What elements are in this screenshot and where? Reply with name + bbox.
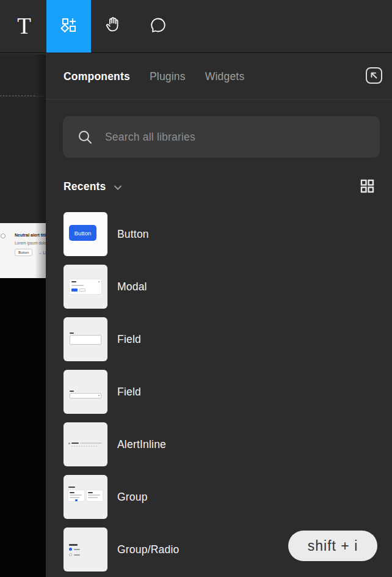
item-label: Group — [117, 491, 148, 504]
tab-widgets[interactable]: Widgets — [205, 70, 245, 83]
arrow-up-left-square-icon — [365, 66, 383, 87]
keyboard-shortcut-badge: shift + i — [288, 531, 377, 561]
item-label: AlertInline — [117, 438, 166, 451]
panel-shadow — [35, 54, 46, 577]
search-icon — [77, 129, 93, 145]
components-tool-button[interactable] — [46, 0, 91, 53]
shortcut-text: shift + i — [308, 538, 358, 554]
alert-button[interactable]: Button — [15, 249, 32, 256]
list-item-alertinline[interactable]: AlertInline — [64, 422, 381, 466]
recents-list: Button Button Modal Field — [64, 212, 381, 577]
list-item-modal[interactable]: Modal — [64, 265, 381, 309]
recents-section-header: Recents — [64, 178, 375, 195]
item-label: Modal — [117, 281, 147, 293]
comment-tool-button[interactable] — [136, 0, 180, 53]
chevron-down-icon[interactable] — [114, 182, 122, 193]
pop-out-button[interactable] — [363, 66, 384, 87]
panel-tabs: Components Plugins Widgets — [64, 70, 244, 83]
components-panel: Components Plugins Widgets Search all li… — [46, 54, 392, 577]
group-radio-preview — [64, 527, 107, 571]
text-tool-button[interactable]: T — [2, 0, 46, 53]
item-label: Field — [117, 386, 141, 399]
item-label: Group/Radio — [117, 543, 179, 556]
hand-tool-button[interactable] — [91, 0, 136, 53]
search-placeholder: Search all libraries — [105, 131, 195, 144]
comment-icon — [148, 15, 168, 37]
modal-preview — [64, 265, 107, 309]
field-input-preview — [64, 317, 107, 361]
recents-title: Recents — [64, 180, 106, 193]
field-select-preview — [64, 370, 107, 414]
list-item-group[interactable]: Group — [64, 475, 381, 519]
grid-view-icon[interactable] — [360, 179, 374, 196]
text-tool-icon: T — [17, 13, 31, 39]
list-item-field-2[interactable]: Field — [64, 370, 381, 414]
alert-inline-preview — [64, 422, 107, 466]
search-field[interactable]: Search all libraries — [63, 116, 380, 158]
hand-icon — [104, 15, 123, 37]
alert-info-icon — [1, 233, 5, 238]
components-icon — [60, 16, 78, 37]
tab-components[interactable]: Components — [64, 70, 130, 83]
tab-plugins[interactable]: Plugins — [150, 70, 186, 83]
list-item-button[interactable]: Button Button — [64, 212, 381, 256]
button-preview: Button — [64, 212, 107, 256]
item-label: Field — [117, 333, 141, 346]
list-item-field[interactable]: Field — [64, 317, 381, 361]
toolbar: T — [0, 0, 392, 53]
canvas-area[interactable]: Neutral alert title Lorem ipsum dolor am… — [0, 54, 46, 577]
panel-header: Components Plugins Widgets — [46, 54, 392, 100]
canvas-selection-dashes — [0, 95, 37, 96]
item-label: Button — [117, 228, 149, 241]
group-cards-preview — [64, 475, 107, 519]
